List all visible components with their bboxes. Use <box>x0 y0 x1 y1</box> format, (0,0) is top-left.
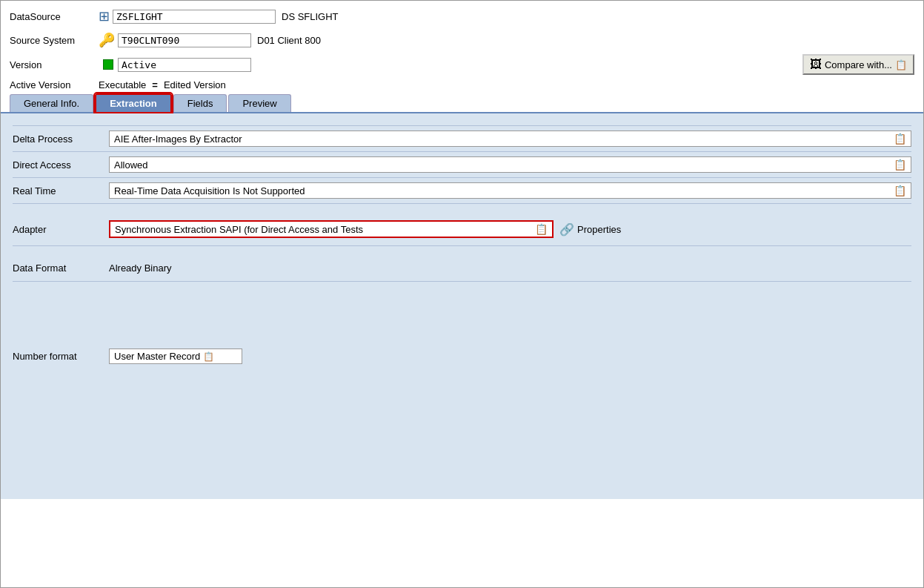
source-system-row: Source System 🔑 T90CLNT090 D01 Client 80… <box>10 30 914 50</box>
direct-access-value-box[interactable]: Allowed 📋 <box>109 156 911 173</box>
compare-page-icon: 📋 <box>895 59 907 70</box>
real-time-label: Real Time <box>13 185 109 196</box>
tab-extraction[interactable]: Extraction <box>95 93 172 112</box>
direct-access-label: Direct Access <box>13 159 109 171</box>
real-time-value: Real-Time Data Acquisition Is Not Suppor… <box>114 185 305 196</box>
spacer-1 <box>13 204 911 213</box>
active-version-label: Active Version <box>10 79 99 90</box>
delta-process-pick-icon[interactable]: 📋 <box>894 133 906 145</box>
compare-icon: 🖼 <box>810 58 822 71</box>
number-format-page-icon[interactable]: 📋 <box>203 351 214 362</box>
delta-process-value: AIE After-Images By Extractor <box>114 133 242 145</box>
tab-general-info[interactable]: General Info. <box>10 94 93 112</box>
real-time-value-box[interactable]: Real-Time Data Acquisition Is Not Suppor… <box>109 182 911 199</box>
real-time-row: Real Time Real-Time Data Acquisition Is … <box>13 178 911 204</box>
version-value[interactable]: Active <box>118 58 251 72</box>
spacer-2 <box>13 246 911 255</box>
number-format-box[interactable]: User Master Record 📋 <box>109 348 242 364</box>
data-format-row: Data Format Already Binary <box>13 255 911 282</box>
content-area: Delta Process AIE After-Images By Extrac… <box>1 113 923 499</box>
compare-btn-label: Compare with... <box>825 59 892 70</box>
direct-access-pick-icon[interactable]: 📋 <box>894 159 906 171</box>
source-system-desc: D01 Client 800 <box>257 35 321 46</box>
tab-fields-label: Fields <box>187 98 213 109</box>
tab-fields[interactable]: Fields <box>173 94 227 112</box>
delta-process-value-box[interactable]: AIE After-Images By Extractor 📋 <box>109 131 911 147</box>
properties-link-icon: 🔗 <box>559 222 574 237</box>
tab-preview-label: Preview <box>242 98 276 109</box>
direct-access-row: Direct Access Allowed 📋 <box>13 152 911 178</box>
header-section: DataSource ⊞ ZSFLIGHT DS SFLIGHT Source … <box>1 1 923 90</box>
datasource-value[interactable]: ZSFLIGHT <box>113 10 276 24</box>
datasource-row: DataSource ⊞ ZSFLIGHT DS SFLIGHT <box>10 7 914 26</box>
active-version-executable: Executable <box>99 79 146 90</box>
source-system-label: Source System <box>10 35 99 46</box>
datasource-icon: ⊞ <box>99 8 110 24</box>
delta-process-label: Delta Process <box>13 133 109 145</box>
tab-preview[interactable]: Preview <box>228 94 290 112</box>
spacer-3 <box>13 282 911 341</box>
active-version-row: Active Version Executable = Edited Versi… <box>10 79 914 90</box>
number-format-value: User Master Record <box>114 351 200 362</box>
tab-extraction-label: Extraction <box>110 98 157 109</box>
tabs-section: General Info. Extraction Fields Preview <box>1 93 923 113</box>
data-format-label: Data Format <box>13 262 109 274</box>
number-format-row: Number format User Master Record 📋 <box>13 341 911 371</box>
direct-access-value: Allowed <box>114 159 148 171</box>
data-format-value: Already Binary <box>109 262 172 274</box>
active-version-edited: Edited Version <box>164 79 226 90</box>
adapter-value: Synchronous Extraction SAPI (for Direct … <box>115 224 363 235</box>
adapter-properties[interactable]: 🔗 Properties <box>559 222 621 237</box>
version-label: Version <box>10 59 99 70</box>
active-version-equals: = <box>152 79 158 90</box>
adapter-pick-icon[interactable]: 📋 <box>535 223 548 235</box>
main-container: DataSource ⊞ ZSFLIGHT DS SFLIGHT Source … <box>0 0 924 588</box>
source-system-icon: 🔑 <box>99 32 115 48</box>
content-inner: Delta Process AIE After-Images By Extrac… <box>1 113 923 383</box>
adapter-properties-label: Properties <box>577 224 621 235</box>
compare-btn[interactable]: 🖼 Compare with... 📋 <box>802 54 914 75</box>
real-time-pick-icon[interactable]: 📋 <box>894 185 906 196</box>
adapter-label: Adapter <box>13 224 109 235</box>
tab-general-info-label: General Info. <box>24 98 79 109</box>
version-row: Version Active 🖼 Compare with... 📋 <box>10 54 914 75</box>
datasource-label: DataSource <box>10 11 99 22</box>
number-format-label: Number format <box>13 351 109 362</box>
delta-process-row: Delta Process AIE After-Images By Extrac… <box>13 125 911 152</box>
source-system-value[interactable]: T90CLNT090 <box>118 33 251 47</box>
adapter-value-box[interactable]: Synchronous Extraction SAPI (for Direct … <box>109 220 554 238</box>
adapter-row: Adapter Synchronous Extraction SAPI (for… <box>13 213 911 246</box>
version-left: Version Active <box>10 58 251 72</box>
green-status-icon <box>103 59 113 70</box>
datasource-desc: DS SFLIGHT <box>282 11 339 22</box>
